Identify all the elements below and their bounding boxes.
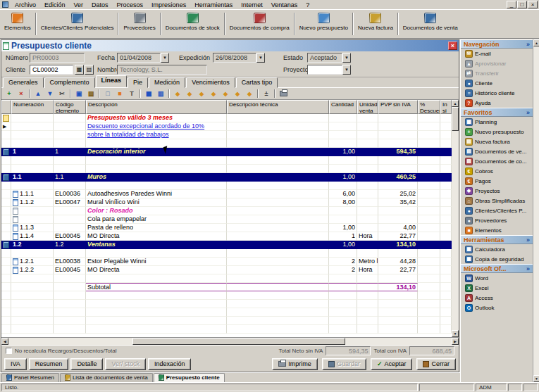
sidebar-section-favoritos[interactable]: Favoritos» — [461, 108, 533, 117]
grid-row-1[interactable]: 11Decoración interior1,00594,35 — [1, 148, 452, 156]
sidebar-item-cliente[interactable]: ●Cliente — [461, 78, 533, 88]
cell-disc[interactable] — [418, 283, 440, 291]
cell-code[interactable]: EL00036 — [54, 190, 86, 198]
cell-disc[interactable] — [418, 241, 440, 249]
cell-num[interactable]: 1.2.1 — [11, 258, 54, 266]
column-header-unit[interactable]: Unidad venta — [357, 100, 378, 114]
cell-tech[interactable] — [227, 241, 329, 249]
nav-home-icon[interactable]: ◆ — [208, 89, 219, 99]
cell-pvp[interactable]: 35,42 — [378, 198, 418, 207]
toolbar-button-documentos-de-stock[interactable]: Documentos de stock — [163, 11, 223, 37]
insert-chapter-icon[interactable]: □ — [102, 89, 113, 99]
cell-qty[interactable]: 8,00 — [329, 198, 357, 207]
cell-qty[interactable] — [329, 122, 357, 131]
cell-desc[interactable] — [86, 139, 227, 148]
cell-unit[interactable] — [357, 274, 378, 283]
cell-num[interactable] — [11, 165, 54, 173]
cell-disc[interactable] — [418, 198, 440, 207]
estado-dropdown-icon[interactable]: ▼ — [342, 53, 351, 63]
cell-tech[interactable] — [227, 173, 329, 182]
column-header-pvp[interactable]: PVP sin IVA — [378, 100, 418, 114]
cell-in[interactable] — [440, 198, 452, 207]
proyecto-field[interactable] — [307, 65, 342, 75]
cell-pvp[interactable]: 4,00 — [378, 224, 418, 232]
cell-qty[interactable] — [329, 317, 357, 325]
toolbar-button-proveedores[interactable]: Proveedores — [120, 11, 158, 37]
cell-in[interactable] — [440, 190, 452, 198]
cell-desc[interactable] — [86, 317, 227, 325]
sidebar-item-documentos-de-co[interactable]: ▤Documentos de co... — [461, 156, 533, 166]
delete-line-icon[interactable]: × — [16, 89, 27, 99]
cell-unit[interactable] — [357, 291, 378, 300]
grid-row[interactable] — [1, 300, 452, 308]
cell-qty[interactable] — [329, 207, 357, 215]
bottom-tab-presupuesto-cliente[interactable]: Presupuesto cliente — [154, 373, 225, 382]
cell-pvp[interactable] — [378, 182, 418, 190]
cell-desc[interactable]: Color : Rosado — [86, 207, 227, 215]
cell-disc[interactable] — [418, 232, 440, 241]
cell-pvp[interactable] — [378, 156, 418, 165]
cell-disc[interactable] — [418, 249, 440, 258]
cell-unit[interactable] — [357, 198, 378, 207]
cell-tech[interactable] — [227, 266, 329, 274]
fecha-dropdown-icon[interactable]: ▼ — [161, 53, 169, 63]
cell-code[interactable] — [54, 283, 86, 291]
grid-row[interactable] — [1, 308, 452, 317]
toolbar-button-nuevo-presupuesto[interactable]: Nuevo presupuesto — [297, 11, 351, 37]
cell-in[interactable] — [440, 148, 452, 156]
horizontal-scroll-thumb[interactable] — [132, 338, 345, 345]
cell-in[interactable] — [440, 325, 452, 334]
cell-desc[interactable]: Ventanas — [86, 241, 227, 249]
sidebar-section-navegaci-n[interactable]: Navegación» — [461, 39, 533, 49]
insert-text-icon[interactable]: T — [126, 89, 137, 99]
cliente-lookup-icon[interactable]: ▦ — [75, 65, 84, 75]
row-gutter[interactable] — [1, 249, 11, 258]
cell-num[interactable] — [11, 325, 54, 334]
grid-row-1.1.3[interactable]: 1.1.3Pasta de relleno1,004,00 — [1, 224, 452, 232]
grid-row[interactable] — [1, 182, 452, 190]
expedicion-dropdown-icon[interactable]: ▼ — [256, 53, 265, 63]
row-gutter[interactable] — [1, 300, 11, 308]
menu-item-procesos[interactable]: Procesos — [113, 1, 148, 9]
cell-pvp[interactable] — [378, 122, 418, 131]
tab-vencimientos[interactable]: Vencimientos — [186, 77, 235, 88]
cell-pvp[interactable]: 44,28 — [378, 258, 418, 266]
cell-tech[interactable] — [227, 258, 329, 266]
row-gutter[interactable] — [1, 291, 11, 300]
toolbar-button-documentos-de-venta[interactable]: Documentos de venta — [400, 11, 461, 37]
cell-disc[interactable] — [418, 156, 440, 165]
cell-pvp[interactable]: 460,25 — [378, 173, 418, 182]
cell-num[interactable]: 1.2.2 — [11, 266, 54, 274]
cell-qty[interactable]: 2 — [329, 258, 357, 266]
cell-in[interactable] — [440, 249, 452, 258]
cell-desc[interactable] — [86, 165, 227, 173]
cell-qty[interactable] — [329, 283, 357, 291]
sidebar-item-hist-rico-cliente[interactable]: ≡Histórico cliente — [461, 88, 533, 98]
cell-unit[interactable] — [357, 139, 378, 148]
cell-in[interactable] — [440, 266, 452, 274]
toolbar-button-nueva-factura[interactable]: Nueva factura — [355, 11, 396, 37]
cell-pvp[interactable] — [378, 131, 418, 139]
cell-desc[interactable] — [86, 325, 227, 334]
cell-pvp[interactable] — [378, 215, 418, 224]
cell-pvp[interactable]: 22,77 — [378, 266, 418, 274]
cell-num[interactable] — [11, 207, 54, 215]
tab-l-neas[interactable]: Líneas — [96, 75, 128, 87]
cell-unit[interactable] — [357, 325, 378, 334]
cell-code[interactable] — [54, 114, 86, 122]
cell-num[interactable] — [11, 156, 54, 165]
cell-num[interactable] — [11, 291, 54, 300]
cell-code[interactable] — [54, 308, 86, 317]
cell-num[interactable]: 1.1.1 — [11, 190, 54, 198]
cell-tech[interactable] — [227, 131, 329, 139]
cell-code[interactable] — [54, 325, 86, 334]
cell-qty[interactable] — [329, 114, 357, 122]
cell-code[interactable] — [54, 207, 86, 215]
column-header-desc[interactable]: Descripción — [86, 100, 227, 114]
cell-in[interactable] — [440, 139, 452, 148]
cell-unit[interactable] — [357, 241, 378, 249]
cut-icon[interactable]: ✂ — [56, 89, 68, 99]
sidebar-item-proveedores[interactable]: ●Proveedores — [461, 215, 533, 225]
button-detalle[interactable]: Detalle — [70, 358, 103, 370]
tab-generales[interactable]: Generales — [3, 77, 44, 88]
